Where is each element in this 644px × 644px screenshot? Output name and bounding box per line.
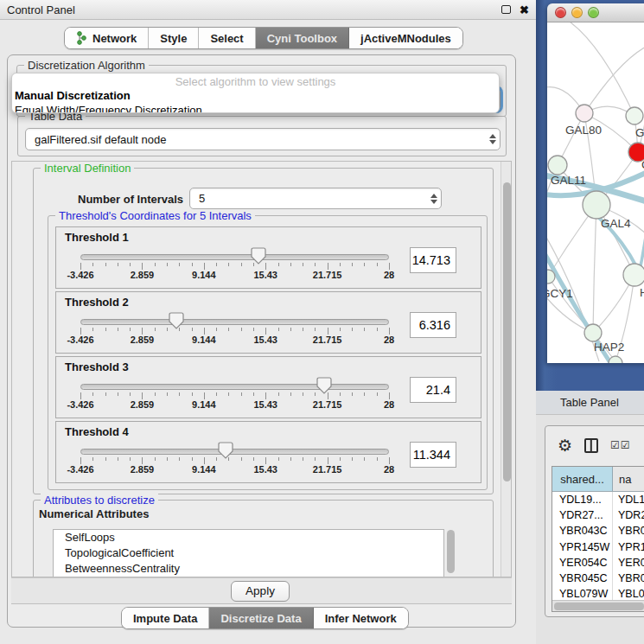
tick-mark [315, 263, 316, 266]
tick-mark [364, 457, 365, 461]
table-row[interactable]: YER054CYER0 [552, 555, 644, 571]
split-columns-icon[interactable] [584, 438, 598, 453]
tick-mark [377, 328, 378, 331]
combo-stepper-icon [486, 134, 500, 144]
tick-mark [352, 263, 353, 266]
slider-track[interactable] [80, 384, 389, 390]
table-hscrollbar-thumb[interactable] [554, 603, 644, 610]
table-row[interactable]: YPR145WYPR1 [552, 539, 644, 555]
table-hscrollbar[interactable] [552, 600, 644, 611]
tab-cyni-toolbox[interactable]: Cyni Toolbox [256, 28, 349, 48]
tick-mark [253, 328, 254, 331]
tick-label: 9.144 [192, 464, 216, 475]
settings-scrollbar-track[interactable] [501, 162, 511, 577]
slider-handle[interactable] [218, 442, 233, 459]
table-row[interactable]: YBR045CYBR0 [552, 571, 644, 586]
tick-mark [192, 328, 193, 331]
tab-network[interactable]: Network [65, 28, 149, 48]
slider-handle[interactable] [169, 312, 184, 329]
tick-mark [340, 457, 341, 461]
node-top-right[interactable] [626, 107, 643, 124]
slider-handle[interactable] [316, 377, 332, 394]
zoom-traffic-light[interactable] [588, 7, 599, 18]
tick-mark [253, 457, 254, 461]
number-of-intervals-value: 5 [190, 192, 427, 205]
close-icon[interactable]: ✖ [520, 4, 529, 16]
tab-label: jActiveMNodules [360, 32, 451, 45]
table-row[interactable]: YDL19...YDL1 [552, 492, 644, 507]
tick-mark [155, 457, 156, 461]
network-canvas[interactable]: GAL80GACGAL11GAL4GCY1HHAP2 [547, 22, 644, 363]
tab-impute-data[interactable]: Impute Data [122, 608, 209, 628]
float-window-icon[interactable] [501, 5, 511, 14]
apply-button[interactable]: Apply [231, 581, 290, 602]
numerical-attributes-list[interactable]: SelfLoopsTopologicalCoefficientBetweenne… [53, 529, 444, 577]
tab-label: Cyni Toolbox [267, 32, 337, 45]
node-gal80[interactable] [576, 105, 593, 122]
node-label-gal4: GAL4 [601, 217, 631, 230]
node-label-h: H [640, 286, 644, 299]
table-data-combo[interactable]: galFiltered.sif default node [25, 128, 501, 150]
tick-mark [179, 392, 180, 396]
tick-mark [92, 392, 93, 396]
tick-mark [278, 457, 279, 461]
tab-infer-network[interactable]: Infer Network [314, 608, 408, 628]
tick-mark [328, 457, 328, 464]
attributes-group-title: Attributes to discretize [41, 494, 158, 507]
checkboxes-icon[interactable]: ☑☑ [610, 439, 631, 451]
column-header-na[interactable]: na [613, 467, 644, 491]
interval-definition-title: Interval Definition [41, 162, 134, 175]
tick-mark [130, 263, 131, 266]
node-gal11[interactable] [548, 156, 567, 175]
tick-mark [80, 263, 81, 270]
attribute-item-topologicalcoefficient[interactable]: TopologicalCoefficient [54, 545, 443, 561]
slider-track[interactable] [80, 254, 389, 260]
tab-style[interactable]: Style [149, 28, 199, 48]
tick-label: -3.426 [67, 399, 93, 410]
table-row[interactable]: YBR043CYBR0 [552, 523, 644, 539]
algorithm-option-manual-discretization[interactable]: Manual Discretization [12, 88, 499, 103]
app-root: Control Panel ✖ NetworkStyleSelectCyni T… [0, 0, 644, 644]
cell-name: YPR1 [613, 539, 644, 555]
gear-icon[interactable]: ⚙ [558, 437, 572, 454]
tab-select[interactable]: Select [199, 28, 255, 48]
threshold-value-field[interactable]: 21.4 [410, 377, 456, 403]
node-hap2[interactable] [584, 324, 602, 341]
cell-name: YDR2 [613, 507, 644, 523]
network-window-titlebar [547, 3, 644, 22]
attributes-list-scrollbar[interactable] [447, 530, 455, 573]
table-data-combo-value: galFiltered.sif default node [26, 133, 486, 146]
tab-label: Infer Network [325, 612, 397, 625]
node-table: shared...na YDL19...YDL1YDR27...YDR2YBR0… [552, 466, 644, 612]
slider-track[interactable] [80, 319, 389, 325]
slider-track[interactable] [80, 449, 389, 455]
tick-mark [303, 328, 303, 331]
table-row[interactable]: YDR27...YDR2 [552, 507, 644, 523]
threshold-value-field[interactable]: 14.713 [410, 247, 456, 273]
minimize-traffic-light[interactable] [571, 7, 583, 18]
algorithm-option-equal-width-frequency-discretization[interactable]: Equal Width/Frequency Discretization [12, 103, 499, 113]
tab-jactivemnodules[interactable]: jActiveMNodules [349, 28, 462, 48]
threshold-value-field[interactable]: 6.316 [410, 312, 456, 338]
node-right-mid[interactable] [623, 264, 644, 286]
settings-scrollbar-thumb[interactable] [503, 182, 511, 481]
tab-label: Network [92, 32, 137, 45]
tab-discretize-data[interactable]: Discretize Data [209, 608, 313, 628]
tick-mark [192, 457, 193, 461]
attribute-item-selfloops[interactable]: SelfLoops [54, 530, 443, 545]
tick-label: 28 [384, 399, 394, 410]
attribute-item-betweennesscentrality[interactable]: BetweennessCentrality [54, 561, 443, 577]
column-header-shared-[interactable]: shared... [552, 467, 613, 491]
node-gal4[interactable] [583, 191, 610, 219]
tick-label: 15.43 [253, 270, 277, 280]
tab-label: Select [210, 32, 243, 45]
tick-mark [278, 392, 279, 396]
threshold-label: Threshold 1 [65, 231, 129, 244]
slider-handle[interactable] [251, 247, 266, 265]
close-traffic-light[interactable] [555, 7, 566, 18]
tick-mark [389, 263, 390, 270]
number-of-intervals-combo[interactable]: 5 [189, 188, 442, 209]
threshold-value-field[interactable]: 11.344 [410, 442, 456, 468]
node-bottom-partial[interactable] [609, 356, 622, 363]
algorithm-popup-prompt: Select algorithm to view settings [12, 73, 499, 88]
